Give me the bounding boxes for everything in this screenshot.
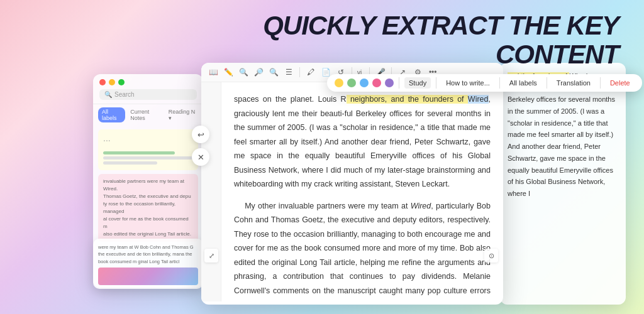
popup-study-button[interactable]: Study <box>404 77 431 89</box>
search-bar[interactable]: 🔍 Search <box>99 89 197 100</box>
note-item-2: invaluable partners were my team at Wire… <box>98 174 198 242</box>
headline: QUICKLY EXTRACT THE KEY CONTENT <box>263 11 619 69</box>
headline-line2: CONTENT <box>263 40 619 69</box>
fullscreen-icon[interactable]: ⊙ <box>484 249 498 263</box>
popup-sep-1 <box>399 77 399 89</box>
headline-line1: QUICKLY EXTRACT THE KEY <box>263 11 619 40</box>
bottom-right-icons: ⊙ <box>484 249 498 263</box>
toolbar-search-icon[interactable]: 🔍 <box>238 67 249 78</box>
reader-text[interactable]: spaces on the planet. Louis R neighbors,… <box>221 82 503 301</box>
popup-how-to-write-button[interactable]: How to write... <box>441 77 494 89</box>
note-dots: ··· <box>103 133 193 149</box>
sidebar-header: 🔍 Search <box>93 74 203 104</box>
tab-reading[interactable]: Reading N ▾ <box>166 107 198 122</box>
toolbar-annotate-icon[interactable]: ✏️ <box>223 67 234 78</box>
bottom-left-icons: ⤢ <box>204 249 218 263</box>
reader-paragraph-1: spaces on the planet. Louis R neighbors,… <box>234 92 491 192</box>
popup-delete-button[interactable]: Delete <box>606 77 635 89</box>
right-panel: and the founders of Wired, graciously le… <box>500 63 626 305</box>
reader-paragraph-2: My other invaluable partners were my tea… <box>234 199 491 302</box>
bottom-card-image <box>98 268 198 285</box>
popup-translation-button[interactable]: Translation <box>552 77 595 89</box>
minimize-dot[interactable] <box>109 79 115 85</box>
expand-icon[interactable]: ⤢ <box>204 249 218 263</box>
note-item-1: ··· <box>98 129 198 170</box>
note-text-2: invaluable partners were my team at Wire… <box>103 178 193 238</box>
close-button[interactable]: ✕ <box>192 148 209 166</box>
popup-sep-5 <box>600 77 601 89</box>
popup-sep-2 <box>436 77 436 89</box>
popup-all-labels-button[interactable]: All labels <box>505 77 541 89</box>
note-line-2 <box>103 156 193 160</box>
reader-content: spaces on the planet. Louis R neighbors,… <box>201 82 503 301</box>
popup-sep-4 <box>547 77 547 89</box>
toolbar-book-icon[interactable]: 📖 <box>208 67 219 78</box>
side-controls: ↩ ✕ <box>192 126 209 166</box>
popup-toolbar: Study How to write... All labels Transla… <box>327 74 642 92</box>
close-dot[interactable] <box>99 79 106 85</box>
color-dot-purple[interactable] <box>385 78 394 87</box>
undo-button[interactable]: ↩ <box>192 126 209 143</box>
color-dot-green[interactable] <box>347 78 356 87</box>
note-line-1 <box>103 151 175 154</box>
traffic-lights <box>99 79 197 85</box>
reader-panel: 📖 ✏️ 🔍 🔎 🔍 ☰ 🖍 📄 ↺ vi 🎤 ↗ ⚙ ••• spaces o… <box>201 63 503 305</box>
search-placeholder: Search <box>114 91 135 98</box>
popup-sep-3 <box>499 77 500 89</box>
maximize-dot[interactable] <box>118 79 125 85</box>
color-dot-yellow[interactable] <box>335 78 343 87</box>
reader-sidebar <box>201 82 221 301</box>
tab-all-labels[interactable]: All labels <box>98 107 125 122</box>
tab-current-notes[interactable]: Current Notes <box>128 107 164 122</box>
note-line-3 <box>103 161 157 165</box>
bottom-card-text: were my team at W Bob Cohn and Thomas G … <box>98 244 198 265</box>
color-dot-pink[interactable] <box>372 78 381 87</box>
search-icon: 🔍 <box>104 91 112 98</box>
bottom-card: were my team at W Bob Cohn and Thomas G … <box>93 239 203 289</box>
color-dot-blue[interactable] <box>360 78 369 87</box>
sidebar-tabs: All labels Current Notes Reading N ▾ <box>93 104 203 126</box>
